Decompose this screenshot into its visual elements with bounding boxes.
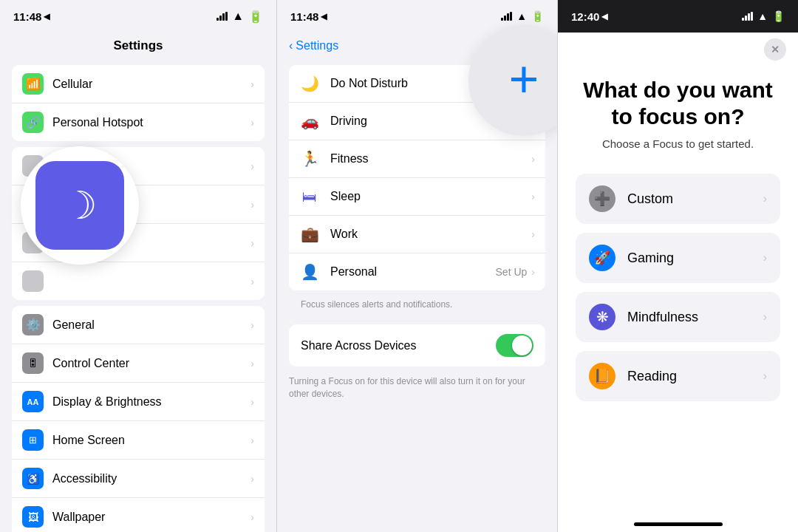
toggle-thumb (512, 335, 532, 355)
personal-label: Personal (330, 265, 496, 279)
close-button[interactable]: ✕ (764, 38, 786, 61)
moon-icon: ☽ (63, 183, 98, 228)
battery-icon-3: 🔋 (772, 10, 785, 22)
personal-action: Set Up (496, 266, 528, 278)
blank2-icon (22, 270, 44, 292)
location-arrow-1: ◀ (44, 12, 50, 21)
wifi-icon-2: ▲ (516, 10, 527, 22)
settings-item-accessibility[interactable]: ♿ Accessibility › (12, 460, 265, 498)
reading-label: Reading (627, 369, 763, 384)
settings-section-main: ⚙️ General › 🎛 Control Center › AA Displ… (12, 306, 265, 532)
status-icons-3: ▲ 🔋 (742, 10, 785, 22)
share-row: Share Across Devices (289, 324, 545, 366)
focus-choose-subtitle: Choose a Focus to get started. (576, 137, 780, 150)
mindfulness-icon: ❋ (589, 304, 615, 330)
settings-title: Settings (12, 38, 265, 53)
cellular-label: Cellular (52, 78, 250, 91)
share-desc: Turning a Focus on for this device will … (277, 372, 557, 409)
chevron-hotspot: › (250, 117, 254, 129)
focus-option-custom[interactable]: ➕ Custom › (576, 174, 780, 224)
fitness-label: Fitness (330, 152, 531, 166)
signal-bars-3 (742, 12, 753, 21)
personal-icon: 👤 (299, 262, 320, 282)
focus-panel: 11:48 ◀ ▲ 🔋 ‹ Settings Focus + 🌙 Do N (277, 0, 558, 532)
home-screen-icon: ⊞ (22, 429, 44, 451)
share-label: Share Across Devices (301, 339, 496, 352)
chevron-cellular: › (250, 78, 254, 90)
home-indicator (634, 522, 723, 526)
status-time-3: 12:40 ◀ (571, 10, 607, 23)
focus-nav-bar: ‹ Settings Focus + (277, 33, 557, 59)
status-bar-3: 12:40 ◀ ▲ 🔋 (558, 0, 798, 33)
settings-panel: 11:48 ◀ ▲ 🔋 Settings 📶 Cellular › 🔗 Pers… (0, 0, 277, 532)
signal-bar-2 (219, 16, 222, 21)
share-toggle[interactable] (496, 334, 533, 357)
settings-item-wallpaper[interactable]: 🖼 Wallpaper › (12, 498, 265, 532)
wifi-icon-1: ▲ (232, 10, 244, 23)
chevron-work: › (531, 228, 535, 240)
chevron-gaming: › (763, 251, 767, 265)
control-center-icon: 🎛 (22, 352, 44, 374)
accessibility-icon: ♿ (22, 468, 44, 489)
dnd-icon: 🌙 (299, 73, 320, 94)
chevron-custom: › (763, 192, 767, 205)
mindfulness-label: Mindfulness (627, 310, 763, 325)
focus-option-gaming[interactable]: 🚀 Gaming › (576, 233, 780, 283)
settings-item-home-screen[interactable]: ⊞ Home Screen › (12, 421, 265, 460)
work-icon: 💼 (299, 224, 320, 245)
control-center-label: Control Center (52, 357, 250, 370)
focus-circle-overlay: ☽ (21, 146, 139, 265)
focus-icon-inner: ☽ (35, 161, 124, 250)
location-arrow-3: ◀ (601, 12, 607, 21)
signal-bar-1 (216, 18, 219, 21)
gaming-icon: 🚀 (589, 245, 615, 271)
focus-item-sleep[interactable]: 🛏 Sleep › (289, 178, 545, 216)
home-screen-label: Home Screen (52, 434, 250, 447)
work-label: Work (330, 228, 531, 241)
cellular-icon: 📶 (22, 73, 44, 95)
focus-item-work[interactable]: 💼 Work › (289, 216, 545, 253)
fitness-icon: 🏃 (299, 149, 320, 169)
status-time-2: 11:48 ◀ (290, 10, 327, 23)
signal-bar-4 (225, 12, 228, 21)
hotspot-icon: 🔗 (22, 112, 44, 133)
status-icons-2: ▲ 🔋 (501, 10, 544, 22)
focus-note: Focus silences alerts and notifications. (277, 296, 557, 318)
sleep-icon: 🛏 (299, 186, 320, 207)
plus-icon: + (509, 53, 539, 105)
general-label: General (52, 318, 250, 332)
driving-icon: 🚗 (299, 111, 320, 132)
display-icon: AA (22, 391, 44, 412)
status-time-1: 11:48 ◀ (13, 10, 50, 23)
focus-choose-content: What do you wantto focus on? Choose a Fo… (558, 33, 798, 428)
settings-item-cellular[interactable]: 📶 Cellular › (12, 65, 265, 103)
settings-item-display[interactable]: AA Display & Brightness › (12, 383, 265, 421)
chevron-sleep: › (531, 191, 535, 202)
focus-back-button[interactable]: ‹ Settings (289, 39, 338, 52)
share-section: Share Across Devices (289, 324, 545, 366)
accessibility-label: Accessibility (52, 472, 250, 485)
settings-item-general[interactable]: ⚙️ General › (12, 306, 265, 344)
reading-icon: 📙 (589, 363, 615, 389)
focus-option-mindfulness[interactable]: ❋ Mindfulness › (576, 292, 780, 342)
settings-section-top: 📶 Cellular › 🔗 Personal Hotspot › (12, 65, 265, 141)
settings-nav-bar: Settings (0, 33, 276, 59)
settings-item-hotspot[interactable]: 🔗 Personal Hotspot › (12, 103, 265, 141)
hotspot-label: Personal Hotspot (52, 116, 250, 129)
settings-item-control-center[interactable]: 🎛 Control Center › (12, 344, 265, 383)
location-arrow-2: ◀ (321, 12, 327, 21)
sleep-label: Sleep (330, 190, 531, 203)
general-icon: ⚙️ (22, 314, 44, 335)
battery-icon-1: 🔋 (248, 10, 263, 24)
wallpaper-label: Wallpaper (52, 511, 250, 524)
display-label: Display & Brightness (52, 395, 250, 409)
focus-item-personal[interactable]: 👤 Personal Set Up › (289, 253, 545, 290)
focus-choose-title: What do you wantto focus on? (576, 77, 780, 130)
signal-bars-1 (216, 12, 228, 21)
chevron-fitness: › (531, 153, 535, 165)
settings-item-blank2[interactable]: › (12, 262, 265, 300)
focus-option-reading[interactable]: 📙 Reading › (576, 351, 780, 401)
focus-item-fitness[interactable]: 🏃 Fitness › (289, 140, 545, 178)
status-bar-1: 11:48 ◀ ▲ 🔋 (0, 0, 276, 33)
signal-bars-2 (501, 12, 512, 21)
